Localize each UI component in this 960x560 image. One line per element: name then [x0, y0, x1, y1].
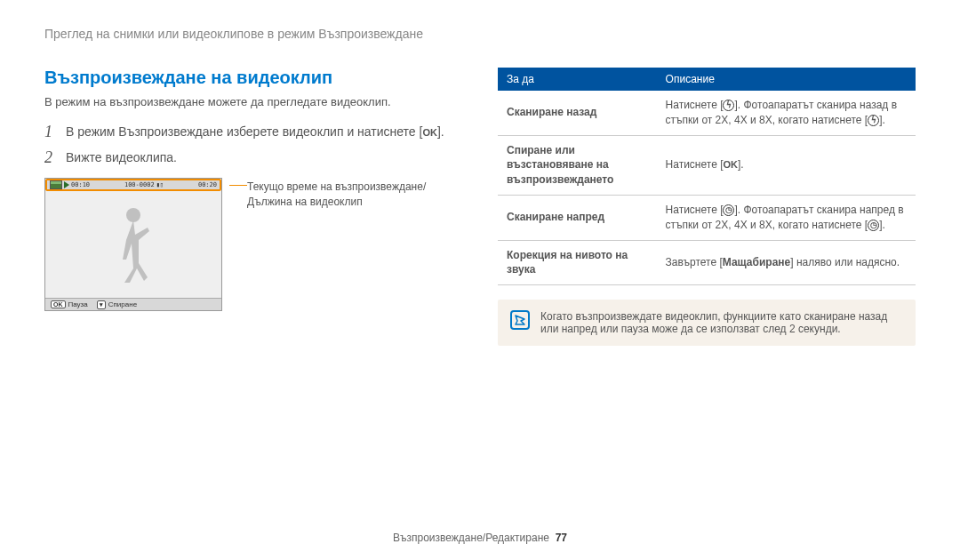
- ok-button-icon: OK: [51, 300, 66, 308]
- right-column: За да Описание Сканиране назад Натиснете…: [498, 68, 916, 346]
- content-columns: Възпроизвеждане на видеоклип В режим на …: [44, 68, 916, 346]
- down-icon: ▾: [97, 300, 106, 309]
- th-action: За да: [498, 68, 657, 91]
- table-row: Спиране или възстановяване на възпроизве…: [498, 135, 916, 195]
- intro-text: В режим на възпроизвеждане можете да пре…: [44, 95, 480, 108]
- time-current: 00:10: [71, 181, 90, 188]
- player-body: [45, 191, 221, 298]
- table-row: Сканиране назад Натиснете [ϟ]. Фотоапара…: [498, 91, 916, 135]
- timer-icon: ◷: [723, 204, 734, 216]
- note-icon: [510, 310, 530, 330]
- callout-line2: Дължина на видеоклип: [247, 196, 363, 208]
- table-row: Сканиране напред Натиснете [◷]. Фотоапар…: [498, 195, 916, 240]
- row-action: Сканиране назад: [498, 91, 657, 135]
- time-total: 00:20: [198, 181, 217, 188]
- player-top-bar: 00:10 100-0002 ▮▯ 00:20: [45, 179, 221, 191]
- row-action: Спиране или възстановяване на възпроизве…: [498, 135, 657, 195]
- row-desc: Завъртете [Мащабиране] наляво или надясн…: [657, 240, 916, 285]
- step-2: 2 Вижте видеоклипа.: [44, 148, 480, 167]
- note-box: Когато възпроизвеждате видеоклип, функци…: [498, 300, 916, 346]
- row-desc: Натиснете [OK].: [657, 135, 916, 195]
- step-num: 2: [44, 148, 66, 167]
- player-bottom-bar: OK Пауза ▾ Спиране: [45, 298, 221, 310]
- flash-icon: ϟ: [723, 100, 734, 111]
- callout-line1: Текущо време на възпроизвеждане/: [247, 180, 426, 193]
- callout-line: [229, 185, 247, 186]
- video-player-mock: 00:10 100-0002 ▮▯ 00:20: [44, 178, 222, 311]
- pause-label: Пауза: [68, 300, 88, 308]
- left-column: Възпроизвеждане на видеоклип В режим на …: [44, 68, 480, 346]
- table-row: Корекция на нивото на звука Завъртете [М…: [498, 240, 916, 285]
- th-desc: Описание: [657, 68, 916, 91]
- counter: 100-0002: [124, 181, 155, 188]
- callout-text: Текущо време на възпроизвеждане/ Дължина…: [247, 180, 426, 210]
- section-title: Възпроизвеждане на видеоклип: [44, 68, 480, 88]
- player-area: 00:10 100-0002 ▮▯ 00:20: [44, 178, 480, 311]
- row-desc: Натиснете [◷]. Фотоапаратът сканира напр…: [657, 195, 916, 240]
- step-1-text-a: В режим Възпроизвеждане изберете видеокл…: [66, 124, 422, 139]
- ok-icon: OK: [422, 127, 437, 138]
- row-action: Корекция на нивото на звука: [498, 240, 657, 285]
- controls-table: За да Описание Сканиране назад Натиснете…: [498, 68, 916, 285]
- footer-text: Възпроизвеждане/Редактиране: [393, 532, 549, 544]
- stop-label: Спиране: [108, 300, 137, 308]
- row-desc: Натиснете [ϟ]. Фотоапаратът сканира наза…: [657, 91, 916, 135]
- ok-icon: OK: [723, 158, 738, 172]
- step-text: Вижте видеоклипа.: [66, 148, 177, 164]
- step-num: 1: [44, 123, 66, 141]
- page-footer: Възпроизвеждане/Редактиране 77: [0, 532, 960, 544]
- step-1: 1 В режим Възпроизвеждане изберете видео…: [44, 123, 480, 141]
- play-icon: [64, 181, 69, 188]
- timer-icon: ◷: [868, 220, 879, 231]
- dancer-silhouette-icon: [107, 204, 160, 284]
- step-text: В режим Възпроизвеждане изберете видеокл…: [66, 123, 444, 139]
- svg-point-0: [126, 208, 140, 222]
- note-text: Когато възпроизвеждате видеоклип, функци…: [540, 310, 903, 335]
- step-1-text-b: ].: [437, 124, 444, 139]
- row-action: Сканиране напред: [498, 195, 657, 240]
- thumbnail-icon: [50, 180, 62, 189]
- breadcrumb: Преглед на снимки или видеоклипове в реж…: [44, 27, 916, 41]
- page-number: 77: [556, 532, 567, 544]
- flash-icon: ϟ: [868, 115, 879, 126]
- bold-word: Мащабиране: [723, 256, 790, 268]
